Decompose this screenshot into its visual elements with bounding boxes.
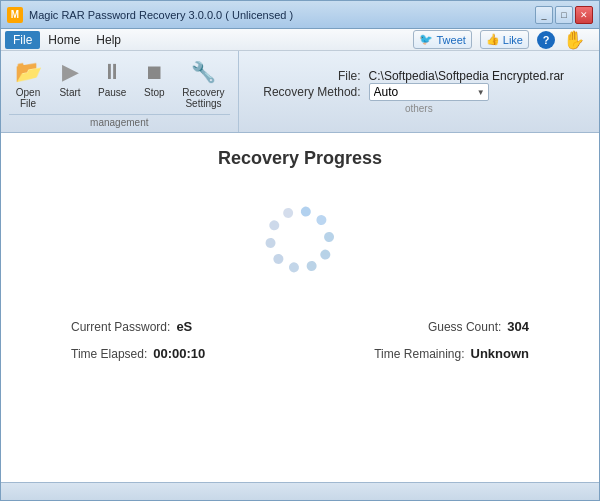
menubar: File Home Help 🐦 Tweet 👍 Like ? ✋ bbox=[1, 29, 599, 51]
recovery-settings-button[interactable]: 🔧 RecoverySettings bbox=[177, 55, 229, 112]
svg-point-6 bbox=[270, 250, 283, 263]
file-row: File: C:\Softpedia\Softpedia Encrypted.r… bbox=[251, 69, 587, 83]
svg-point-3 bbox=[317, 251, 330, 264]
open-icon: 📂 bbox=[14, 58, 42, 86]
twitter-icon: 🐦 bbox=[419, 33, 433, 46]
start-button[interactable]: ▶ Start bbox=[51, 55, 89, 101]
recovery-settings-label: RecoverySettings bbox=[182, 87, 224, 109]
time-remaining-label: Time Remaining: bbox=[374, 347, 464, 361]
social-bar: 🐦 Tweet 👍 Like ? ✋ bbox=[129, 29, 595, 51]
pause-icon: ⏸ bbox=[98, 58, 126, 86]
others-label: others bbox=[251, 103, 587, 114]
like-icon: 👍 bbox=[486, 33, 500, 46]
method-select[interactable]: Auto Brute Force Dictionary Smart Force bbox=[369, 83, 489, 101]
stats-row-2: Time Elapsed: 00:00:10 Time Remaining: U… bbox=[71, 346, 529, 361]
stats-row-1: Current Password: eS Guess Count: 304 bbox=[71, 319, 529, 334]
time-remaining-value: Unknown bbox=[471, 346, 530, 361]
close-button[interactable]: ✕ bbox=[575, 6, 593, 24]
guess-count-item: Guess Count: 304 bbox=[428, 319, 529, 334]
ribbon: 📂 OpenFile ▶ Start ⏸ Pause ⏹ Stop 🔧 bbox=[1, 51, 599, 133]
stop-icon: ⏹ bbox=[140, 58, 168, 86]
app-window: M Magic RAR Password Recovery 3.0.0.0 ( … bbox=[0, 0, 600, 501]
titlebar-left: M Magic RAR Password Recovery 3.0.0.0 ( … bbox=[7, 7, 293, 23]
menu-help[interactable]: Help bbox=[88, 31, 129, 49]
stats-area: Current Password: eS Guess Count: 304 Ti… bbox=[11, 309, 589, 371]
time-remaining-item: Time Remaining: Unknown bbox=[374, 346, 529, 361]
menu-home[interactable]: Home bbox=[40, 31, 88, 49]
tweet-button[interactable]: 🐦 Tweet bbox=[413, 30, 471, 49]
tweet-label: Tweet bbox=[436, 34, 465, 46]
titlebar: M Magic RAR Password Recovery 3.0.0.0 ( … bbox=[1, 1, 599, 29]
method-label: Recovery Method: bbox=[251, 85, 361, 99]
pause-label: Pause bbox=[98, 87, 126, 98]
like-button[interactable]: 👍 Like bbox=[480, 30, 529, 49]
open-file-button[interactable]: 📂 OpenFile bbox=[9, 55, 47, 112]
settings-icon: 🔧 bbox=[189, 58, 217, 86]
maximize-button[interactable]: □ bbox=[555, 6, 573, 24]
method-select-wrapper[interactable]: Auto Brute Force Dictionary Smart Force bbox=[369, 83, 489, 101]
current-password-item: Current Password: eS bbox=[71, 319, 192, 334]
ribbon-buttons: 📂 OpenFile ▶ Start ⏸ Pause ⏹ Stop 🔧 bbox=[9, 55, 230, 112]
window-controls: _ □ ✕ bbox=[535, 6, 593, 24]
menu-file[interactable]: File bbox=[5, 31, 40, 49]
app-icon: M bbox=[7, 7, 23, 23]
file-label: File: bbox=[251, 69, 361, 83]
hand-icon: ✋ bbox=[563, 29, 585, 51]
svg-point-0 bbox=[302, 206, 315, 219]
guess-count-value: 304 bbox=[507, 319, 529, 334]
statusbar bbox=[1, 482, 599, 500]
file-value: C:\Softpedia\Softpedia Encrypted.rar bbox=[369, 69, 587, 83]
ribbon-management-section: 📂 OpenFile ▶ Start ⏸ Pause ⏹ Stop 🔧 bbox=[1, 51, 239, 132]
svg-point-8 bbox=[270, 216, 283, 229]
main-content: Recovery Progress Current Password: bbox=[1, 133, 599, 482]
current-password-value: eS bbox=[176, 319, 192, 334]
method-row: Recovery Method: Auto Brute Force Dictio… bbox=[251, 83, 587, 101]
stop-button[interactable]: ⏹ Stop bbox=[135, 55, 173, 101]
stop-label: Stop bbox=[144, 87, 165, 98]
like-label: Like bbox=[503, 34, 523, 46]
time-elapsed-item: Time Elapsed: 00:00:10 bbox=[71, 346, 205, 361]
ribbon-fileinfo: File: C:\Softpedia\Softpedia Encrypted.r… bbox=[239, 51, 599, 132]
management-label: management bbox=[9, 114, 230, 128]
svg-point-1 bbox=[317, 216, 330, 229]
svg-point-5 bbox=[285, 260, 298, 273]
spinner-container bbox=[260, 199, 340, 279]
svg-point-7 bbox=[264, 234, 277, 247]
time-elapsed-label: Time Elapsed: bbox=[71, 347, 147, 361]
help-button[interactable]: ? bbox=[537, 31, 555, 49]
svg-point-4 bbox=[302, 261, 315, 274]
time-elapsed-value: 00:00:10 bbox=[153, 346, 205, 361]
window-title: Magic RAR Password Recovery 3.0.0.0 ( Un… bbox=[29, 9, 293, 21]
pause-button[interactable]: ⏸ Pause bbox=[93, 55, 131, 101]
start-label: Start bbox=[59, 87, 80, 98]
minimize-button[interactable]: _ bbox=[535, 6, 553, 24]
svg-point-9 bbox=[285, 206, 298, 219]
svg-point-2 bbox=[323, 234, 336, 247]
current-password-label: Current Password: bbox=[71, 320, 170, 334]
progress-title: Recovery Progress bbox=[218, 148, 382, 169]
loading-spinner bbox=[250, 189, 351, 290]
guess-count-label: Guess Count: bbox=[428, 320, 501, 334]
open-file-label: OpenFile bbox=[16, 87, 40, 109]
start-icon: ▶ bbox=[56, 58, 84, 86]
